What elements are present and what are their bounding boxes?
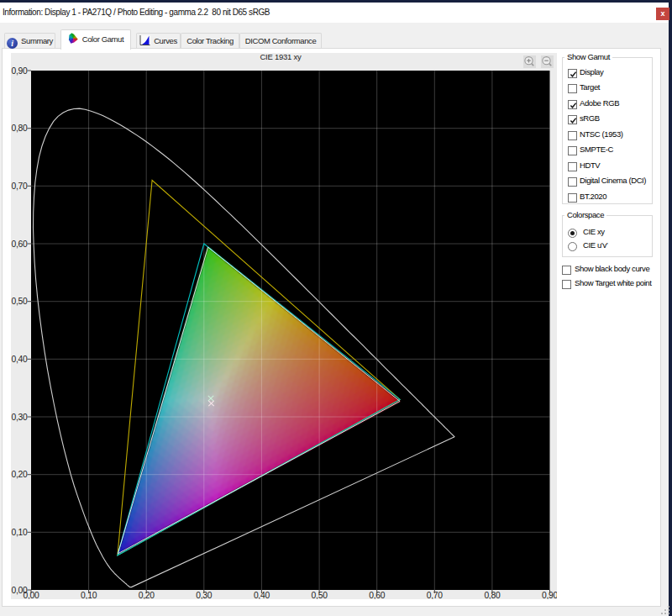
svg-text:0,70: 0,70 [11, 182, 28, 191]
svg-text:0,40: 0,40 [11, 355, 28, 364]
svg-text:0,90: 0,90 [542, 591, 557, 599]
svg-text:0,30: 0,30 [11, 413, 28, 422]
svg-text:0,80: 0,80 [11, 124, 28, 133]
svg-text:0,60: 0,60 [11, 240, 28, 249]
svg-text:0,90: 0,90 [11, 66, 28, 76]
svg-text:0,50: 0,50 [11, 297, 28, 306]
svg-text:0,20: 0,20 [11, 470, 28, 479]
svg-text:0,10: 0,10 [11, 528, 28, 537]
svg-text:CIE 1931 xy: CIE 1931 xy [260, 53, 302, 61]
